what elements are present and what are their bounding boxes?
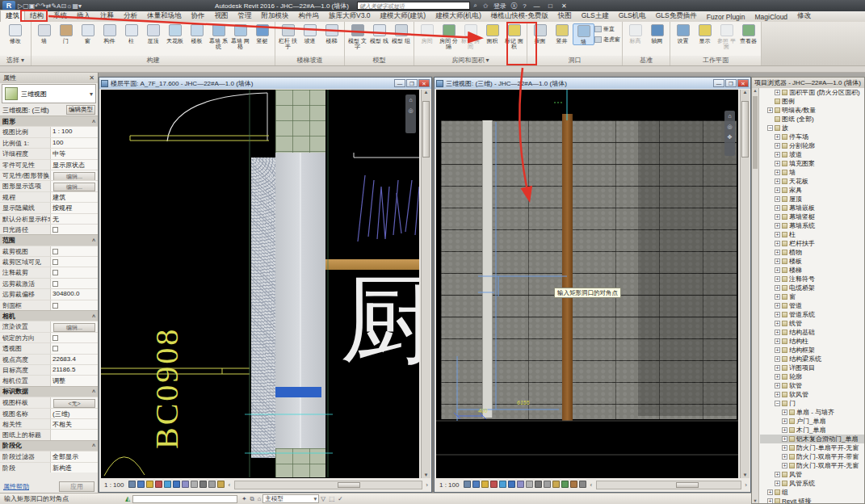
- property-value[interactable]: <无>: [50, 397, 98, 407]
- property-checkbox[interactable]: [52, 346, 58, 351]
- ribbon-button-窗[interactable]: 窗: [77, 23, 99, 44]
- type-selector[interactable]: 三维视图 ▾: [2, 84, 96, 103]
- view-control-icon-7[interactable]: [191, 481, 198, 488]
- view-control-icon-10[interactable]: [552, 481, 560, 488]
- expand-icon[interactable]: +: [775, 143, 780, 149]
- property-edit-button[interactable]: 编辑...: [53, 183, 95, 191]
- view-control-icon-2[interactable]: [481, 481, 489, 488]
- tree-item-管道[interactable]: +管道: [760, 301, 864, 310]
- expand-icon[interactable]: +: [775, 187, 780, 193]
- expand-icon[interactable]: +: [767, 498, 773, 503]
- property-value[interactable]: 调整: [50, 376, 98, 385]
- ribbon-button-老虎窗[interactable]: 老虎窗: [594, 34, 620, 44]
- tree-item-填充图案[interactable]: +填充图案: [760, 159, 864, 168]
- qat-icon-4[interactable]: ↷: [40, 2, 46, 10]
- close-icon[interactable]: ✕: [737, 79, 749, 87]
- view-control-icon-3[interactable]: [155, 481, 162, 488]
- tree-item-停车场[interactable]: +停车场: [760, 132, 864, 141]
- qat-icon-3[interactable]: ↶: [35, 2, 40, 10]
- expand-icon[interactable]: +: [775, 321, 780, 326]
- tree-item-幕墙嵌板[interactable]: +幕墙嵌板: [760, 204, 864, 212]
- expand-icon[interactable]: +: [775, 276, 780, 282]
- property-value[interactable]: 无: [50, 214, 98, 224]
- expand-icon[interactable]: +: [775, 170, 780, 175]
- minimize-icon[interactable]: —: [394, 79, 405, 87]
- tree-item-柱[interactable]: +柱: [760, 230, 864, 239]
- property-checkbox[interactable]: [52, 281, 58, 287]
- property-value[interactable]: 显示原状态: [50, 160, 98, 170]
- view-control-icon-6[interactable]: [182, 481, 189, 488]
- tree-item-线管[interactable]: +线管: [760, 319, 864, 328]
- view-control-icon-8[interactable]: [199, 481, 207, 488]
- status-icon-1[interactable]: ⧉: [250, 495, 254, 502]
- tab-橄榄山快模-免费版[interactable]: 橄榄山快模-免费版: [486, 10, 553, 22]
- tree-item-幕墙系统[interactable]: +幕墙系统: [760, 221, 864, 230]
- tab-结构[interactable]: 结构: [25, 10, 48, 22]
- tree-item-管道系统[interactable]: +管道系统: [760, 310, 864, 319]
- scroll-right-icon[interactable]: ›: [426, 481, 428, 489]
- property-value[interactable]: 建筑: [50, 192, 98, 202]
- property-group-图形[interactable]: 图形˄: [0, 116, 98, 126]
- property-checkbox[interactable]: [52, 303, 58, 309]
- ribbon-button-栏杆扶手[interactable]: 栏杆 扶手: [277, 23, 299, 49]
- status-right-icon-2[interactable]: ✓: [338, 495, 342, 502]
- help-icon[interactable]: ?: [519, 2, 530, 10]
- 3d-canvas[interactable]: 6155 400 输入矩形洞口的对角点 ⌂◎✥: [436, 90, 738, 478]
- expand-icon[interactable]: +: [767, 107, 773, 113]
- expand-icon[interactable]: +: [775, 356, 780, 362]
- tab-GLS土建[interactable]: GLS土建: [577, 10, 614, 22]
- expand-icon[interactable]: +: [775, 223, 780, 229]
- collapse-icon[interactable]: ˄: [92, 313, 95, 319]
- tab-构件坞[interactable]: 构件坞: [294, 10, 325, 22]
- tab-GLS免费插件[interactable]: GLS免费插件: [651, 10, 702, 22]
- property-value[interactable]: [50, 225, 98, 234]
- expand-icon[interactable]: +: [775, 196, 780, 202]
- property-value[interactable]: [50, 333, 98, 342]
- minimize-button[interactable]: —: [530, 2, 544, 10]
- property-checkbox[interactable]: [52, 249, 58, 254]
- tree-item-轮廓[interactable]: +轮廓: [760, 372, 864, 381]
- search-input[interactable]: [357, 2, 470, 10]
- view-control-icon-0[interactable]: [464, 481, 471, 488]
- expand-icon[interactable]: +: [782, 436, 787, 442]
- ribbon-button-标记面积[interactable]: 标记 面积: [503, 23, 525, 49]
- expand-icon[interactable]: +: [775, 294, 780, 300]
- tree-item-坡道[interactable]: +坡道: [760, 150, 864, 159]
- tab-族库大师V3.0[interactable]: 族库大师V3.0: [324, 10, 376, 22]
- ribbon-button-标记房间[interactable]: 标记 房间: [460, 23, 481, 49]
- tab-管理[interactable]: 管理: [233, 10, 257, 22]
- property-checkbox[interactable]: [52, 335, 58, 341]
- tree-item-电缆桥架[interactable]: +电缆桥架: [760, 284, 864, 292]
- expand-icon[interactable]: +: [775, 365, 780, 371]
- expand-icon[interactable]: +: [775, 472, 780, 477]
- tree-item-结构柱[interactable]: +结构柱: [760, 337, 864, 346]
- property-edit-button[interactable]: <无>: [53, 399, 95, 407]
- ribbon-button-构件[interactable]: 构件: [99, 23, 120, 44]
- qat-icon-11[interactable]: ▾: [78, 2, 82, 10]
- tree-item-窗[interactable]: +窗: [760, 292, 864, 301]
- collapse-icon[interactable]: ˄: [92, 443, 95, 448]
- expand-icon[interactable]: +: [775, 312, 780, 317]
- tree-item-分割轮廓[interactable]: +分割轮廓: [760, 141, 864, 150]
- status-icon-2[interactable]: ⌂: [258, 495, 262, 502]
- ribbon-button-幕墙网格[interactable]: 幕墙 网格: [229, 23, 251, 49]
- property-value[interactable]: 中等: [50, 149, 98, 158]
- view-control-icon-3[interactable]: [490, 481, 498, 488]
- ribbon-button-房间分隔[interactable]: 房间 分隔: [438, 23, 460, 49]
- 3d-view-titlebar[interactable]: 三维视图: (三维) - JHC—22#A—1.0 (墙体) — ❐ ✕: [435, 78, 750, 89]
- view-control-icon-4[interactable]: [499, 481, 506, 488]
- collapse-icon[interactable]: ˄: [92, 388, 95, 394]
- expand-icon[interactable]: +: [775, 161, 780, 166]
- tab-视图[interactable]: 视图: [210, 10, 233, 22]
- ribbon-button-查看器[interactable]: 查看器: [737, 23, 759, 44]
- scroll-left-icon[interactable]: ‹: [590, 481, 592, 489]
- ribbon-button-楼梯[interactable]: 楼梯: [321, 23, 342, 44]
- scale-label[interactable]: 1 : 100: [104, 481, 124, 489]
- ribbon-button-墙[interactable]: 墙: [33, 23, 55, 44]
- property-edit-button[interactable]: 编辑...: [53, 172, 95, 180]
- property-group-阶段化[interactable]: 阶段化˄: [0, 440, 98, 451]
- expand-icon[interactable]: +: [782, 463, 787, 468]
- view-control-icon-5[interactable]: [508, 481, 515, 488]
- property-value[interactable]: [50, 430, 98, 439]
- ribbon-button-门[interactable]: 门: [55, 23, 77, 44]
